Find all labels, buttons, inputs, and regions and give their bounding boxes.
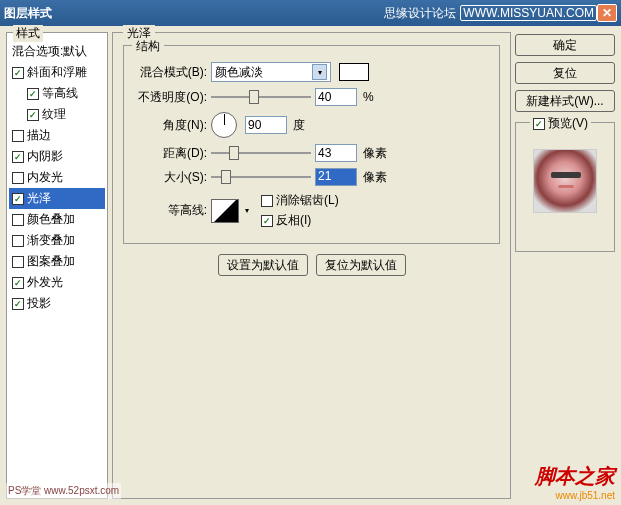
blend-mode-label: 混合模式(B): bbox=[132, 64, 207, 81]
angle-dial[interactable] bbox=[211, 112, 237, 138]
opacity-slider[interactable] bbox=[211, 88, 311, 106]
style-texture[interactable]: 纹理 bbox=[9, 104, 105, 125]
opacity-unit: % bbox=[363, 90, 374, 104]
ok-button[interactable]: 确定 bbox=[515, 34, 615, 56]
close-icon[interactable]: ✕ bbox=[597, 4, 617, 22]
titlebar: 图层样式 思缘设计论坛 WWW.MISSYUAN.COM ✕ bbox=[0, 0, 621, 26]
right-panel: 确定 复位 新建样式(W)... 预览(V) bbox=[515, 32, 615, 499]
checkbox-icon[interactable] bbox=[12, 214, 24, 226]
style-bevel[interactable]: 斜面和浮雕 bbox=[9, 62, 105, 83]
antialias-label: 消除锯齿(L) bbox=[276, 192, 339, 209]
distance-label: 距离(D): bbox=[132, 145, 207, 162]
main-panel: 光泽 结构 混合模式(B): 颜色减淡 ▾ 不透明度(O): % 角度(N): bbox=[112, 32, 511, 499]
style-inner-glow[interactable]: 内发光 bbox=[9, 167, 105, 188]
checkbox-icon[interactable] bbox=[12, 130, 24, 142]
reset-default-button[interactable]: 复位为默认值 bbox=[316, 254, 406, 276]
style-inner-shadow[interactable]: 内阴影 bbox=[9, 146, 105, 167]
set-default-button[interactable]: 设置为默认值 bbox=[218, 254, 308, 276]
preview-checkbox[interactable] bbox=[533, 118, 545, 130]
checkbox-icon[interactable] bbox=[12, 298, 24, 310]
blend-mode-dropdown[interactable]: 颜色减淡 ▾ bbox=[211, 62, 331, 82]
checkbox-icon[interactable] bbox=[12, 172, 24, 184]
contour-picker[interactable] bbox=[211, 199, 239, 223]
style-color-overlay[interactable]: 颜色叠加 bbox=[9, 209, 105, 230]
angle-input[interactable] bbox=[245, 116, 287, 134]
opacity-label: 不透明度(O): bbox=[132, 89, 207, 106]
checkbox-icon[interactable] bbox=[12, 277, 24, 289]
preview-thumbnail bbox=[533, 149, 597, 213]
antialias-checkbox[interactable] bbox=[261, 195, 273, 207]
color-swatch[interactable] bbox=[339, 63, 369, 81]
preview-group: 预览(V) bbox=[515, 122, 615, 252]
invert-label: 反相(I) bbox=[276, 212, 311, 229]
checkbox-icon[interactable] bbox=[27, 88, 39, 100]
style-stroke[interactable]: 描边 bbox=[9, 125, 105, 146]
angle-label: 角度(N): bbox=[132, 117, 207, 134]
checkbox-icon[interactable] bbox=[27, 109, 39, 121]
reset-button[interactable]: 复位 bbox=[515, 62, 615, 84]
opacity-input[interactable] bbox=[315, 88, 357, 106]
watermark-right: 脚本之家 www.jb51.net bbox=[535, 463, 615, 501]
angle-unit: 度 bbox=[293, 117, 305, 134]
structure-group: 结构 混合模式(B): 颜色减淡 ▾ 不透明度(O): % 角度(N): 度 bbox=[123, 45, 500, 244]
size-unit: 像素 bbox=[363, 169, 387, 186]
chevron-down-icon: ▾ bbox=[312, 64, 327, 80]
title-text: 图层样式 bbox=[4, 5, 384, 22]
style-satin[interactable]: 光泽 bbox=[9, 188, 105, 209]
chevron-down-icon[interactable]: ▾ bbox=[245, 206, 249, 215]
contour-label: 等高线: bbox=[132, 202, 207, 219]
new-style-button[interactable]: 新建样式(W)... bbox=[515, 90, 615, 112]
style-outer-glow[interactable]: 外发光 bbox=[9, 272, 105, 293]
checkbox-icon[interactable] bbox=[12, 256, 24, 268]
size-label: 大小(S): bbox=[132, 169, 207, 186]
size-input[interactable]: 21 bbox=[315, 168, 357, 186]
style-drop-shadow[interactable]: 投影 bbox=[9, 293, 105, 314]
preview-label: 预览(V) bbox=[548, 115, 588, 132]
struct-header: 结构 bbox=[132, 38, 164, 55]
checkbox-icon[interactable] bbox=[12, 193, 24, 205]
watermark-left: PS学堂 www.52psxt.com bbox=[6, 483, 121, 499]
checkbox-icon[interactable] bbox=[12, 151, 24, 163]
style-gradient-overlay[interactable]: 渐变叠加 bbox=[9, 230, 105, 251]
distance-input[interactable] bbox=[315, 144, 357, 162]
dialog-body: 样式 混合选项:默认 斜面和浮雕 等高线 纹理 描边 内阴影 内发光 光泽 颜色… bbox=[0, 26, 621, 505]
styles-header: 样式 bbox=[13, 25, 43, 42]
distance-unit: 像素 bbox=[363, 145, 387, 162]
checkbox-icon[interactable] bbox=[12, 67, 24, 79]
styles-panel: 样式 混合选项:默认 斜面和浮雕 等高线 纹理 描边 内阴影 内发光 光泽 颜色… bbox=[6, 32, 108, 499]
distance-slider[interactable] bbox=[211, 144, 311, 162]
titlebar-brand: 思缘设计论坛 WWW.MISSYUAN.COM bbox=[384, 5, 597, 22]
style-pattern-overlay[interactable]: 图案叠加 bbox=[9, 251, 105, 272]
size-slider[interactable] bbox=[211, 168, 311, 186]
style-blend-default[interactable]: 混合选项:默认 bbox=[9, 41, 105, 62]
invert-checkbox[interactable] bbox=[261, 215, 273, 227]
checkbox-icon[interactable] bbox=[12, 235, 24, 247]
style-contour[interactable]: 等高线 bbox=[9, 83, 105, 104]
